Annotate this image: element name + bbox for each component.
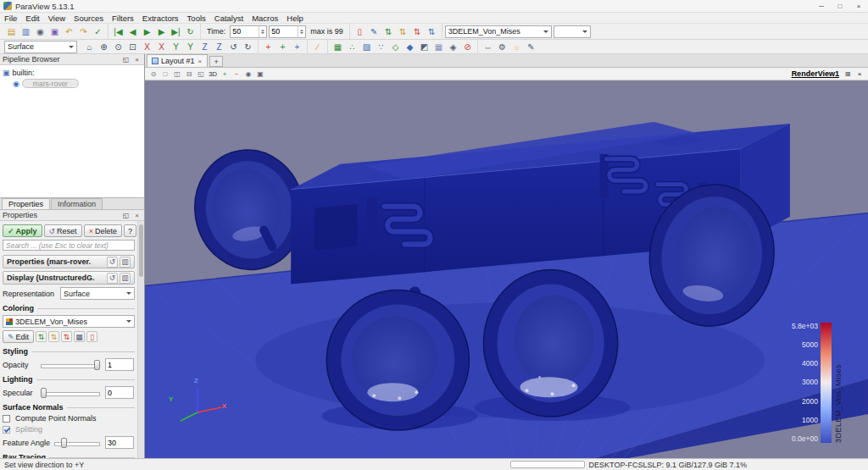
section-display-button[interactable]: Display (UnstructuredG. ↺ ▥ — [3, 271, 135, 285]
restore-defaults-icon[interactable]: ↺ — [107, 273, 118, 284]
opacity-input[interactable] — [106, 359, 133, 370]
select-points-on-icon[interactable]: ∴ — [345, 40, 359, 53]
view-settings-icon[interactable]: ⊞ — [842, 69, 854, 80]
save-screenshot-icon[interactable]: ◉ — [33, 25, 47, 38]
adjust-camera-icon[interactable]: ⚙ — [495, 40, 509, 53]
save-defaults-icon[interactable]: ▥ — [120, 273, 131, 284]
menu-item[interactable]: Help — [282, 14, 308, 23]
set-view-minus-x-icon[interactable]: X — [154, 40, 169, 53]
toggle-interaction-mode-icon[interactable]: ⇔ — [481, 40, 495, 53]
spin-arrows-icon[interactable] — [259, 26, 266, 37]
menu-item[interactable]: View — [44, 14, 70, 23]
previous-frame-icon[interactable]: ◀ — [125, 25, 140, 38]
color-legend[interactable]: 5.8e+03500040003000200010000.0e+00 3DELE… — [782, 323, 843, 443]
loop-icon[interactable]: ↻ — [183, 25, 198, 38]
undo-icon[interactable]: ↶ — [62, 25, 76, 38]
compute-point-normals-checkbox[interactable] — [3, 415, 10, 423]
set-view-plus-z-icon[interactable]: Z — [198, 40, 212, 53]
close-layout-icon[interactable]: × — [198, 58, 203, 65]
rescale-data-range-icon[interactable]: ⇅ — [381, 25, 396, 38]
color-by-combobox[interactable]: 3DELEM_Von_Mises — [445, 25, 552, 38]
rotate-ccw-icon[interactable]: ↺ — [226, 40, 241, 53]
specular-slider-handle[interactable] — [41, 388, 47, 398]
close-button[interactable]: × — [849, 0, 868, 12]
rescale-custom-range-icon[interactable]: ⇅ — [48, 331, 59, 342]
properties-search-input[interactable] — [3, 240, 135, 251]
feature-angle-spinbox[interactable] — [105, 436, 134, 449]
time-value-spinbox[interactable] — [230, 25, 267, 38]
zoom-to-box-icon[interactable]: ⊡ — [125, 40, 140, 53]
menu-item[interactable]: File — [0, 14, 21, 23]
link-camera-icon[interactable]: ◉ — [242, 69, 254, 80]
menu-item[interactable]: Macros — [248, 14, 282, 23]
select-points-polygon-icon[interactable]: ◆ — [403, 40, 417, 53]
split-vertical-icon[interactable]: ⊟ — [183, 69, 195, 80]
rescale-temporal-range-icon[interactable]: ⇅ — [61, 331, 72, 342]
remove-view-icon[interactable]: − — [231, 69, 242, 80]
play-icon[interactable]: ▶ — [140, 25, 154, 38]
representation-combobox[interactable]: Surface — [4, 41, 77, 53]
select-block-icon[interactable]: ◩ — [417, 40, 431, 53]
splitting-checkbox[interactable] — [3, 426, 10, 434]
clear-selection-icon[interactable]: ⊘ — [460, 40, 475, 53]
rescale-data-range-icon[interactable]: ⇅ — [36, 331, 47, 342]
close-view-icon[interactable]: × — [854, 69, 865, 80]
opacity-spinbox[interactable] — [105, 358, 134, 371]
pipeline-server-row[interactable]: ▣ builtin: — [3, 67, 142, 78]
opacity-slider[interactable] — [41, 360, 100, 370]
spin-arrows-icon[interactable] — [298, 26, 305, 37]
rescale-visible-range-icon[interactable]: ⇅ — [425, 25, 439, 38]
open-file-icon[interactable]: ▤ — [4, 25, 19, 38]
apply-button[interactable]: ✓ Apply — [3, 224, 42, 237]
edit-scene-icon[interactable]: ✎ — [524, 40, 538, 53]
menu-item[interactable]: Extractors — [138, 14, 183, 23]
hover-points-icon[interactable]: ◈ — [446, 40, 460, 53]
specular-input[interactable] — [106, 387, 133, 398]
edit-color-map-button[interactable]: ✎ Edit — [3, 330, 34, 343]
set-view-minus-z-icon[interactable]: Z — [212, 40, 226, 53]
properties-scrollbar[interactable] — [137, 221, 144, 458]
choose-preset-icon[interactable]: ▦ — [74, 331, 85, 342]
menu-item[interactable]: Catalyst — [210, 14, 248, 23]
coloring-array-select[interactable]: 3DELEM_Von_Mises — [3, 315, 135, 328]
edit-color-map-icon[interactable]: ✎ — [367, 25, 381, 38]
interactive-select-cells-icon[interactable]: ▦ — [431, 40, 446, 53]
select-cells-through-icon[interactable]: ▨ — [359, 40, 374, 53]
save-defaults-icon[interactable]: ▥ — [120, 257, 131, 268]
layout-tab[interactable]: Layout #1 × — [147, 54, 208, 67]
redo-icon[interactable]: ↷ — [76, 25, 91, 38]
time-value-input[interactable] — [231, 26, 259, 37]
specular-spinbox[interactable] — [105, 386, 134, 399]
zoom-to-data-icon[interactable]: ⊕ — [97, 40, 111, 53]
reset-button[interactable]: ↺ Reset — [44, 224, 82, 237]
last-frame-icon[interactable]: ▶| — [169, 25, 183, 38]
feature-angle-input[interactable] — [106, 437, 133, 448]
reset-center-icon[interactable]: + — [290, 40, 304, 53]
feature-angle-slider[interactable] — [54, 438, 100, 448]
set-view-plus-y-icon[interactable]: Y — [169, 40, 183, 53]
pick-center-icon[interactable]: + — [275, 40, 290, 53]
float-dock-icon[interactable]: ◱ — [121, 211, 131, 220]
minimize-button[interactable]: ─ — [812, 0, 831, 12]
menu-item[interactable]: Edit — [21, 14, 43, 23]
scrollbar-thumb[interactable] — [139, 224, 143, 277]
next-frame-icon[interactable]: ▶ — [154, 25, 169, 38]
representation-select[interactable]: Surface — [60, 287, 135, 300]
rover-3d-scene[interactable] — [145, 81, 868, 458]
maximize-button[interactable]: □ — [831, 0, 849, 12]
select-cells-polygon-icon[interactable]: ◇ — [388, 40, 403, 53]
zoom-closest-icon[interactable]: ⊙ — [111, 40, 125, 53]
opacity-slider-handle[interactable] — [94, 360, 100, 370]
ruler-icon[interactable]: ∕ — [310, 40, 325, 53]
pipeline-browser[interactable]: ▣ builtin: ◉ mars-rover — [0, 65, 144, 198]
pipeline-source-row[interactable]: ◉ mars-rover — [3, 78, 142, 89]
first-frame-icon[interactable]: |◀ — [111, 25, 125, 38]
pin-icon[interactable]: ⊙ — [147, 69, 159, 80]
select-cells-on-icon[interactable]: ▦ — [331, 40, 345, 53]
tab-information[interactable]: Information — [51, 198, 103, 209]
select-points-through-icon[interactable]: ∵ — [374, 40, 388, 53]
feature-angle-slider-handle[interactable] — [61, 438, 67, 448]
close-dock-icon[interactable]: × — [132, 211, 142, 220]
set-view-plus-x-icon[interactable]: X — [140, 40, 154, 53]
visibility-eye-icon[interactable]: ◉ — [13, 80, 19, 88]
